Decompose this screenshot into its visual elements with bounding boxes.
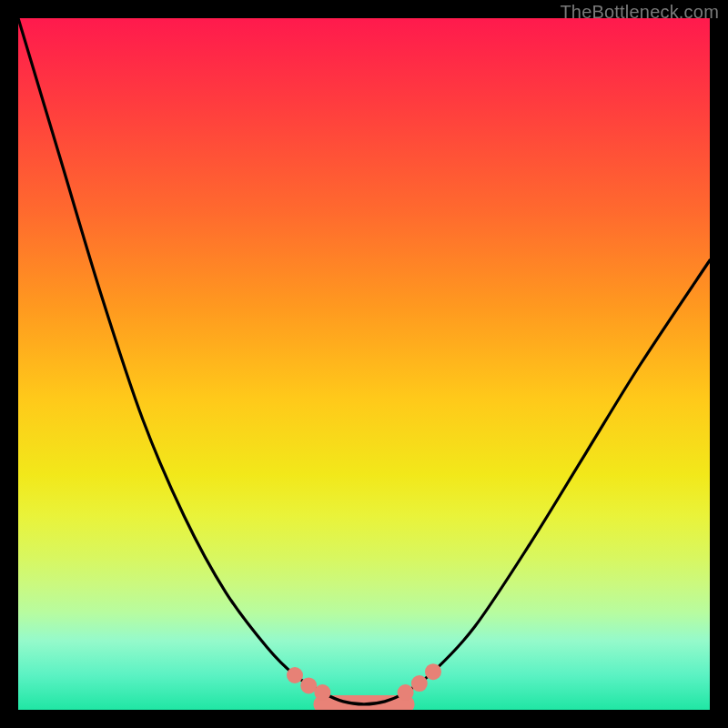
- curve-svg: [18, 18, 710, 710]
- curve-marker: [314, 684, 330, 701]
- chart-frame: TheBottleneck.com: [0, 0, 728, 728]
- curve-marker: [411, 675, 428, 692]
- plot-area: [18, 18, 710, 710]
- markers-group: [287, 663, 441, 701]
- curve-marker: [425, 663, 441, 680]
- bottleneck-curve: [18, 18, 710, 704]
- curve-marker: [287, 667, 303, 683]
- curve-marker: [398, 684, 414, 701]
